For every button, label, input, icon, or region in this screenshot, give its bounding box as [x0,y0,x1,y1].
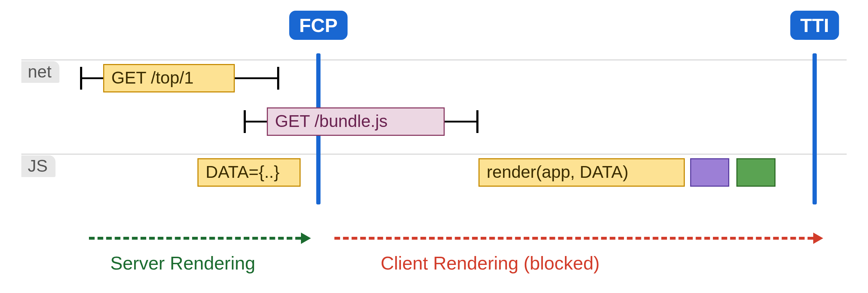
net-connect-whisker-1 [244,110,267,133]
marker-tag-tti: TTI [790,11,839,40]
net-connect-whisker-0 [80,67,103,90]
net-request-bar-0: GET /top/1 [103,64,235,92]
phase-label-client: Client Rendering (blocked) [381,252,600,274]
track-line-js [21,154,847,155]
phase-label-server: Server Rendering [110,252,255,274]
js-data-bar: DATA={..} [197,158,301,187]
marker-line-tti [813,53,817,204]
js-render-bar: render(app, DATA) [478,158,685,187]
js-task-block-green [736,158,776,187]
net-wait-whisker-1 [445,110,478,133]
net-request-bar-1: GET /bundle.js [267,107,445,136]
marker-tag-fcp: FCP [289,11,348,40]
js-task-block-purple [690,158,729,187]
track-label-net: net [21,61,59,83]
timeline-diagram: net JS FCP TTI GET /top/1 GET /bundle.js… [0,0,868,293]
net-wait-whisker-0 [235,67,279,90]
track-label-js: JS [21,155,55,177]
track-line-net [21,59,847,60]
